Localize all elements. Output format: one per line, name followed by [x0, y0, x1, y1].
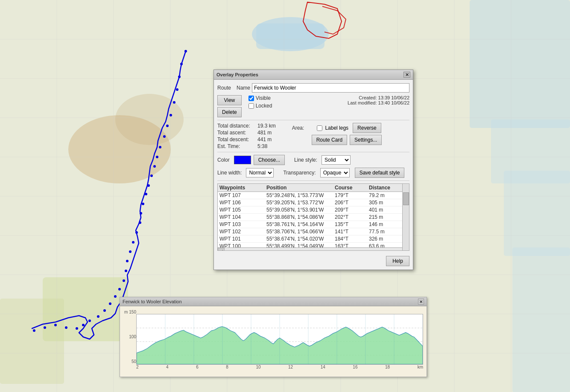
transparency-label: Transparency:: [283, 170, 316, 176]
svg-point-57: [88, 319, 91, 322]
scrollbar-thumb[interactable]: [403, 192, 409, 205]
table-row[interactable]: WPT 101 55°38.674'N, 1°54.020'W 184°T 32…: [218, 235, 409, 243]
waypoints-table-header: Waypoints Position Course Distance: [218, 184, 409, 192]
dialog-title-bar: Overlay Properties ✕: [214, 70, 413, 80]
svg-rect-6: [512, 247, 570, 392]
svg-point-33: [173, 101, 175, 104]
elevation-close-button[interactable]: ✕: [418, 299, 424, 305]
x-label-14: 14: [321, 365, 325, 373]
svg-point-30: [180, 63, 183, 65]
delete-button[interactable]: Delete: [217, 107, 242, 117]
svg-rect-3: [470, 0, 570, 128]
elevation-title-bar: Fenwick to Wooler Elevation ✕: [120, 297, 427, 306]
label-legs-label: Label legs: [325, 125, 348, 131]
color-label: Color: [217, 157, 230, 163]
created-label: Created:: [359, 95, 377, 100]
svg-point-58: [82, 324, 85, 326]
route-label: Route: [217, 85, 237, 91]
name-label: Name: [237, 85, 250, 91]
created-row: Created: 13:39 10/06/22: [348, 95, 409, 100]
reverse-button[interactable]: Reverse: [353, 123, 381, 133]
svg-rect-5: [504, 171, 570, 256]
wpt-name: WPT 107: [219, 192, 266, 198]
wpt-course: 184°T: [335, 236, 369, 242]
area-label: Area:: [292, 125, 304, 131]
scroll-left-arrow[interactable]: ◀: [218, 248, 225, 251]
svg-point-34: [170, 114, 172, 116]
svg-point-53: [114, 295, 117, 298]
elevation-title: Fenwick to Wooler Elevation: [123, 299, 182, 304]
table-row[interactable]: WPT 105 55°39.058'N, 1°53.901'W 209°T 40…: [218, 206, 409, 214]
wpt-distance: 215 m: [369, 214, 403, 220]
col-waypoints: Waypoints: [219, 185, 266, 191]
visible-label: Visible: [256, 95, 271, 101]
svg-point-56: [97, 315, 99, 318]
elevation-chart-area[interactable]: [136, 314, 423, 365]
wpt-position: 55°38.499'N, 1°54.049'W: [266, 243, 335, 247]
locked-checkbox[interactable]: [248, 103, 254, 109]
table-row[interactable]: WPT 104 55°38.868'N, 1°54.086'W 202°T 21…: [218, 214, 409, 221]
svg-point-50: [125, 270, 127, 272]
table-row[interactable]: WPT 107 55°39.248'N, 1°53.773'W 179°T 79…: [218, 192, 409, 199]
x-unit: km: [418, 365, 423, 373]
table-row[interactable]: WPT 106 55°39.205'N, 1°53.772'W 206°T 30…: [218, 199, 409, 206]
y-label-50: 50: [132, 359, 136, 364]
x-label-16: 16: [353, 365, 357, 373]
visible-checkbox[interactable]: [248, 96, 254, 101]
help-button[interactable]: Help: [386, 256, 409, 266]
line-style-label: Line style:: [294, 157, 317, 163]
x-label-18: 18: [385, 365, 390, 373]
wpt-distance: 305 m: [369, 200, 403, 206]
choose-color-button[interactable]: Choose...: [254, 155, 285, 165]
line-width-label: Line width:: [217, 170, 242, 176]
svg-point-48: [129, 250, 132, 253]
visible-row: Visible: [248, 95, 272, 101]
line-width-select[interactable]: Thin Normal Thick: [246, 168, 274, 177]
svg-point-54: [109, 302, 111, 305]
view-button[interactable]: View: [217, 95, 242, 105]
svg-point-43: [142, 203, 144, 205]
line-style-select[interactable]: Solid Dashed Dotted: [322, 155, 351, 165]
svg-point-39: [153, 165, 156, 168]
waypoints-list[interactable]: WPT 107 55°39.248'N, 1°53.773'W 179°T 79…: [218, 192, 409, 247]
wpt-distance: 401 m: [369, 207, 403, 213]
table-row[interactable]: WPT 103 55°38.761'N, 1°54.164'W 135°T 14…: [218, 221, 409, 228]
wpt-distance: 146 m: [369, 221, 403, 227]
scroll-track[interactable]: [225, 248, 402, 251]
svg-rect-2: [256, 23, 324, 49]
svg-point-49: [126, 260, 129, 262]
wpt-name: WPT 101: [219, 236, 266, 242]
dialog-body: Route Name View Delete Visible Locked: [214, 80, 413, 254]
svg-point-60: [65, 326, 67, 329]
wpt-position: 55°38.761'N, 1°54.164'W: [266, 221, 335, 227]
y-label-150: 150: [129, 310, 136, 314]
svg-point-62: [44, 326, 46, 329]
modified-value: 13:40 10/06/22: [378, 100, 409, 105]
wpt-position: 55°38.868'N, 1°54.086'W: [266, 214, 335, 220]
settings-button[interactable]: Settings...: [350, 135, 382, 145]
route-card-button[interactable]: Route Card: [312, 135, 347, 145]
table-scrollbar[interactable]: [402, 184, 409, 250]
transparency-select[interactable]: Opaque 25% 50% 75%: [320, 168, 350, 177]
route-name-input[interactable]: [252, 83, 409, 93]
save-default-style-button[interactable]: Save default style: [355, 168, 405, 178]
wpt-course: 206°T: [335, 200, 369, 206]
svg-point-45: [139, 221, 141, 224]
wpt-name: WPT 102: [219, 229, 266, 235]
table-row[interactable]: WPT 102 55°38.706'N, 1°54.066'W 141°T 77…: [218, 228, 409, 235]
wpt-position: 55°39.248'N, 1°53.773'W: [266, 192, 335, 198]
wpt-position: 55°39.058'N, 1°53.901'W: [266, 207, 335, 213]
elevation-chart: m 150 100 50: [120, 306, 427, 377]
elevation-panel: Fenwick to Wooler Elevation ✕ m 150 100 …: [120, 297, 427, 377]
svg-point-38: [156, 156, 158, 158]
horizontal-scrollbar[interactable]: ◀ ▶: [218, 247, 409, 251]
label-legs-checkbox[interactable]: [317, 125, 322, 131]
table-row[interactable]: WPT 100 55°38.499'N, 1°54.049'W 163°T 63…: [218, 243, 409, 247]
svg-point-61: [54, 324, 57, 326]
dialog-close-button[interactable]: ✕: [403, 72, 410, 78]
svg-point-63: [33, 329, 35, 332]
stats-column: Total distance:19.3 km Total ascent:481 …: [217, 123, 276, 149]
svg-point-29: [184, 50, 187, 52]
svg-point-59: [76, 327, 78, 330]
wpt-position: 55°38.674'N, 1°54.020'W: [266, 236, 335, 242]
